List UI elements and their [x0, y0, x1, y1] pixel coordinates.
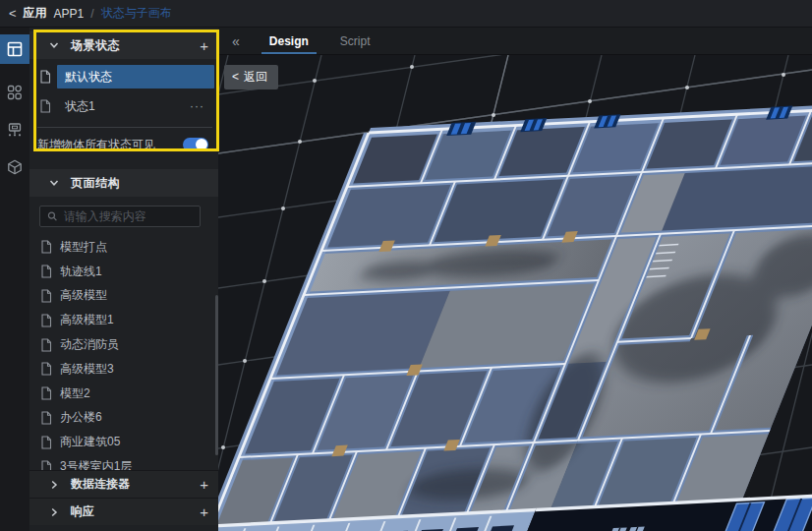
scene-state-item-1[interactable]: 状态1 ···	[29, 94, 218, 118]
document-icon	[40, 289, 52, 303]
tree-item[interactable]: 模型打点	[29, 235, 218, 260]
chevron-right-icon	[49, 507, 59, 517]
device-tree-icon	[7, 122, 23, 138]
scene-back-button[interactable]: <返回	[224, 65, 278, 89]
tree-item-label: 模型打点	[60, 239, 107, 256]
add-response-button[interactable]: +	[200, 503, 208, 520]
section-header-scene-state[interactable]: 场景状态 +	[29, 31, 218, 59]
document-icon	[40, 240, 52, 254]
tree-item-label: 办公楼6	[60, 409, 102, 426]
scene-state-label: 默认状态	[65, 69, 112, 86]
left-panel: 场景状态 + 默认状态 状态1 ··· 新增物体所有状态可见 页面结构	[29, 28, 218, 531]
divider	[37, 127, 212, 128]
scene-state-selection[interactable]: 默认状态	[57, 65, 214, 88]
section-header-data-connector[interactable]: 数据连接器 +	[29, 470, 218, 498]
rail-item-model-cube[interactable]	[0, 152, 29, 182]
tree-item[interactable]: 办公楼6	[29, 406, 218, 431]
cube-icon	[7, 159, 23, 175]
chevron-down-icon	[49, 40, 59, 50]
tree-item[interactable]: 模型2	[29, 382, 218, 406]
tree-item[interactable]: 高级模型1	[29, 308, 218, 332]
tree-item-label: 高级模型	[60, 287, 107, 304]
section-header-response[interactable]: 响应 +	[29, 498, 218, 525]
more-options-button[interactable]: ···	[190, 99, 204, 113]
chevron-down-icon	[49, 178, 59, 188]
document-icon	[40, 338, 52, 352]
section-header-page-structure[interactable]: 页面结构	[29, 169, 218, 197]
viewport-3d[interactable]: <返回	[218, 55, 812, 531]
collapse-panel-icon[interactable]: «	[232, 33, 240, 49]
add-data-connector-button[interactable]: +	[200, 476, 208, 493]
tab-label: Script	[340, 34, 371, 48]
search-icon	[47, 210, 58, 222]
app-window: { "colors": { "selection_blue": "#2d5d8e…	[0, 0, 812, 531]
back-button-label: 返回	[244, 70, 267, 84]
tree-item-label: 商业建筑05	[60, 434, 120, 450]
toggle-label: 新增物体所有状态可见	[37, 137, 155, 153]
tree-item[interactable]: 商业建筑05	[29, 430, 218, 454]
tab-design[interactable]: Design	[254, 28, 324, 55]
document-icon	[39, 99, 51, 113]
layout-icon	[7, 41, 23, 57]
section-title: 响应	[71, 503, 94, 520]
canvas-column: « Design Script <返回	[218, 28, 812, 531]
all-states-visible-row: 新增物体所有状态可见	[29, 130, 218, 159]
tab-script[interactable]: Script	[324, 28, 386, 55]
tree-item[interactable]: 高级模型3	[29, 357, 218, 382]
rail-item-layout[interactable]	[0, 34, 29, 64]
panel-scrollbar[interactable]	[215, 295, 218, 455]
document-icon	[40, 436, 52, 449]
breadcrumb-separator: /	[90, 7, 93, 21]
back-chevron-icon[interactable]: <	[9, 6, 17, 21]
back-chevron-icon: <	[232, 70, 239, 84]
page-structure-tree: 模型打点 轨迹线1 高级模型 高级模型1 动态消防员 高级模型3 模型2 办公楼…	[29, 235, 218, 479]
scene-state-row[interactable]: 状态1 ···	[57, 94, 214, 118]
canvas-tab-bar: « Design Script	[218, 28, 812, 55]
search-input[interactable]	[64, 209, 193, 223]
breadcrumb-page-title: 状态与子画布	[101, 5, 172, 22]
scene-state-item-default[interactable]: 默认状态	[29, 65, 218, 88]
tree-item[interactable]: 轨迹线1	[29, 260, 218, 284]
tree-item-label: 动态消防员	[60, 336, 119, 353]
tree-item[interactable]: 动态消防员	[29, 332, 218, 357]
document-icon	[40, 265, 52, 278]
document-icon	[40, 411, 52, 425]
document-icon	[39, 70, 51, 84]
tree-item-label: 模型2	[60, 385, 90, 402]
chevron-right-icon	[49, 480, 59, 490]
breadcrumb-app-label[interactable]: 应用	[24, 5, 47, 22]
document-icon	[40, 314, 52, 327]
section-title: 场景状态	[71, 37, 120, 54]
add-scene-state-button[interactable]: +	[200, 38, 208, 53]
breadcrumb-app-name[interactable]: APP1	[54, 7, 85, 21]
section-title: 页面结构	[71, 175, 120, 192]
tree-item-label: 高级模型3	[60, 361, 114, 378]
section-title: 数据连接器	[71, 476, 130, 493]
toggle-knob	[196, 139, 207, 150]
search-box[interactable]	[39, 206, 201, 227]
all-states-visible-toggle[interactable]	[183, 138, 208, 151]
document-icon	[40, 362, 52, 376]
tree-item-label: 轨迹线1	[60, 264, 102, 280]
rail-item-device-tree[interactable]	[0, 115, 29, 145]
rail-item-components[interactable]	[0, 78, 29, 107]
tree-item[interactable]: 高级模型	[29, 284, 218, 309]
scene-state-label: 状态1	[65, 98, 95, 115]
tab-label: Design	[269, 34, 309, 48]
components-icon	[7, 85, 23, 100]
3d-scene-render	[218, 55, 812, 531]
tree-item-label: 高级模型1	[60, 312, 114, 328]
icon-rail	[0, 28, 29, 531]
document-icon	[40, 386, 52, 400]
app-bar: < 应用 APP1 / 状态与子画布	[0, 0, 812, 28]
bottom-sections: 数据连接器 + 响应 +	[29, 470, 218, 525]
